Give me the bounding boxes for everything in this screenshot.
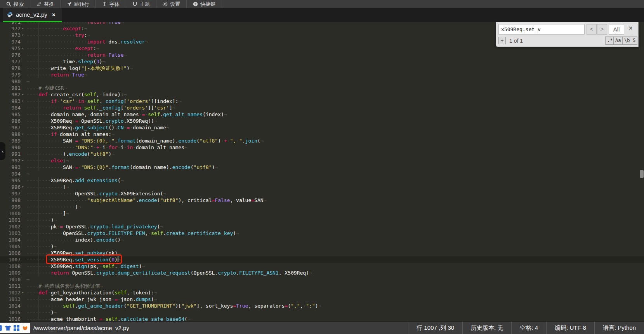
line-number[interactable]: 984 xyxy=(0,104,21,111)
find-previous-button[interactable]: < xyxy=(587,24,597,35)
code-line[interactable]: 988▾········if·domain_alt_names:¬ xyxy=(0,131,644,137)
code-line[interactable]: 990················"DNS:"·+·i·for·i·in·d… xyxy=(0,144,644,151)
tab-acme-v2[interactable]: acme_v2.py × xyxy=(3,8,62,22)
line-number[interactable]: 1007 xyxy=(0,256,21,263)
code-line[interactable]: 1003············OpenSSL.crypto.FILETYPE_… xyxy=(0,230,644,237)
whole-word-toggle[interactable]: \b xyxy=(622,37,632,45)
line-number[interactable]: 1004 xyxy=(0,237,21,243)
line-number[interactable]: 994 xyxy=(0,170,21,177)
line-number[interactable]: 999 xyxy=(0,204,21,210)
line-number[interactable]: 996 xyxy=(0,184,21,190)
code-line[interactable]: 1013········acme_header_jwk_json·=·json.… xyxy=(0,296,644,303)
sidebar-collapse-handle[interactable]: ‹ xyxy=(0,142,5,160)
code-line[interactable]: 978········write_log("|-本地验证失败!")¬ xyxy=(0,65,644,71)
code-line[interactable]: 987········X509Req.get_subject().CN·=·do… xyxy=(0,124,644,131)
code-line[interactable]: 1012▾····def·get_keyauthorization(self,·… xyxy=(0,289,644,296)
line-number[interactable]: 981 xyxy=(0,85,21,91)
line-number[interactable]: 972 xyxy=(0,25,21,32)
line-number[interactable]: 993 xyxy=(0,164,21,170)
line-number[interactable]: 995 xyxy=(0,177,21,184)
fold-arrow-icon[interactable]: ▾ xyxy=(22,131,26,137)
code-line[interactable]: 1014············self.get_acme_header("GE… xyxy=(0,303,644,309)
toolbar-item-replace[interactable]: 替换 xyxy=(30,0,61,8)
line-number[interactable]: 1012 xyxy=(0,289,21,296)
code-line[interactable]: 983▾········if·'csr'·in·self._config['or… xyxy=(0,98,644,104)
line-number[interactable]: 1000 xyxy=(0,210,21,217)
code-line[interactable]: 979········return·True¬ xyxy=(0,71,644,78)
code-line[interactable]: 997················OpenSSL.crypto.X509Ex… xyxy=(0,190,644,197)
toolbar-item-font[interactable]: 字体 xyxy=(96,0,126,8)
line-number[interactable]: 1010 xyxy=(0,276,21,283)
code-line[interactable]: 1004················index).encode()¬ xyxy=(0,237,644,243)
line-number[interactable]: 1016 xyxy=(0,316,21,321)
code-line[interactable]: 977············time.sleep(3)¬ xyxy=(0,58,644,65)
code-line[interactable]: 992▾········else:¬ xyxy=(0,157,644,164)
code-line[interactable]: 982▾····def·create_csr(self,·index):¬ xyxy=(0,91,644,98)
line-number[interactable]: 976 xyxy=(0,52,21,58)
line-number[interactable]: 1006 xyxy=(0,250,21,256)
line-number[interactable]: 998 xyxy=(0,197,21,204)
fold-arrow-icon[interactable]: ▾ xyxy=(22,157,26,164)
line-number[interactable]: 985 xyxy=(0,111,21,118)
line-number[interactable]: 1008 xyxy=(0,263,21,270)
line-number[interactable]: 1001 xyxy=(0,217,21,223)
tshirt-icon[interactable] xyxy=(5,325,11,331)
code-line[interactable]: 998····················"subjectAltName".… xyxy=(0,197,644,204)
close-search-icon[interactable]: × xyxy=(629,25,632,32)
code-line[interactable]: 994¬ xyxy=(0,170,644,177)
line-number[interactable]: 1014 xyxy=(0,303,21,309)
fold-arrow-icon[interactable]: ▾ xyxy=(22,25,26,32)
line-number[interactable]: 979 xyxy=(0,71,21,78)
code-line[interactable]: 1016········acme_thumbprint·=·self.calcu… xyxy=(0,316,644,321)
code-line[interactable]: 976····················return·False¬ xyxy=(0,52,644,58)
line-number[interactable]: 1005 xyxy=(0,243,21,250)
fold-arrow-icon[interactable]: ▾ xyxy=(22,45,26,52)
find-all-button[interactable]: All xyxy=(609,24,624,35)
code-line[interactable]: 1000············]¬ xyxy=(0,210,644,217)
line-number[interactable]: 1015 xyxy=(0,309,21,316)
fold-arrow-icon[interactable]: ▾ xyxy=(22,32,26,38)
code-line[interactable]: 984············return·self._config['orde… xyxy=(0,104,644,111)
app-icon[interactable] xyxy=(0,325,3,331)
toggle-replace-button[interactable]: + xyxy=(498,37,506,44)
line-number[interactable]: 1013 xyxy=(0,296,21,303)
line-number[interactable]: 1011 xyxy=(0,283,21,289)
code-line[interactable]: 991············).encode("utf8")¬ xyxy=(0,151,644,157)
toolbar-item-search[interactable]: 搜索 xyxy=(0,0,30,8)
line-number[interactable]: 973 xyxy=(0,32,21,38)
find-next-button[interactable]: > xyxy=(597,24,607,35)
code-line[interactable]: 996▾············[¬ xyxy=(0,184,644,190)
line-number[interactable]: 971 xyxy=(0,22,21,25)
line-number[interactable]: 977 xyxy=(0,58,21,65)
line-number[interactable]: 988 xyxy=(0,131,21,137)
toolbar-item-hotkeys[interactable]: ?快捷键 xyxy=(187,0,222,8)
code-line[interactable]: 986········X509Req·=·OpenSSL.crypto.X509… xyxy=(0,118,644,124)
line-number[interactable]: 982 xyxy=(0,91,21,98)
code-line[interactable]: 1005········)¬ xyxy=(0,243,644,250)
fold-arrow-icon[interactable]: ▾ xyxy=(22,289,26,296)
vertical-scrollbar-thumb[interactable] xyxy=(640,170,644,178)
code-line[interactable]: 1009········return·OpenSSL.crypto.dump_c… xyxy=(0,270,644,276)
fold-arrow-icon[interactable]: ▾ xyxy=(22,98,26,104)
code-line[interactable]: 1011····#·构造域名验证头和验证值¬ xyxy=(0,283,644,289)
code-line[interactable]: 980¬ xyxy=(0,78,644,85)
line-number[interactable]: 986 xyxy=(0,118,21,124)
toolbar-item-goto-line[interactable]: 跳转行 xyxy=(61,0,96,8)
search-input[interactable] xyxy=(498,24,585,35)
code-line[interactable]: 995········X509Req.add_extensions(¬ xyxy=(0,177,644,184)
code-line[interactable]: 999················)¬ xyxy=(0,204,644,210)
line-number[interactable]: 974 xyxy=(0,38,21,45)
line-number[interactable]: 1003 xyxy=(0,230,21,237)
line-number[interactable]: 997 xyxy=(0,190,21,197)
code-line[interactable]: 989············SAN·=·"DNS:{0},·".format(… xyxy=(0,137,644,144)
toolbar-item-theme[interactable]: 主题 xyxy=(126,0,156,8)
code-editor[interactable]: 971····················return·True¬972▾·… xyxy=(0,22,644,321)
line-number[interactable]: 1002 xyxy=(0,223,21,230)
tab-close-icon[interactable]: × xyxy=(52,11,56,18)
line-number[interactable]: 978 xyxy=(0,65,21,71)
code-line[interactable]: 1001········)¬ xyxy=(0,217,644,223)
fold-arrow-icon[interactable]: ▾ xyxy=(22,184,26,190)
line-number[interactable]: 1009 xyxy=(0,270,21,276)
toolbar-item-settings[interactable]: 设置 xyxy=(156,0,187,8)
code-line[interactable]: 993············SAN·=·"DNS:{0}".format(do… xyxy=(0,164,644,170)
